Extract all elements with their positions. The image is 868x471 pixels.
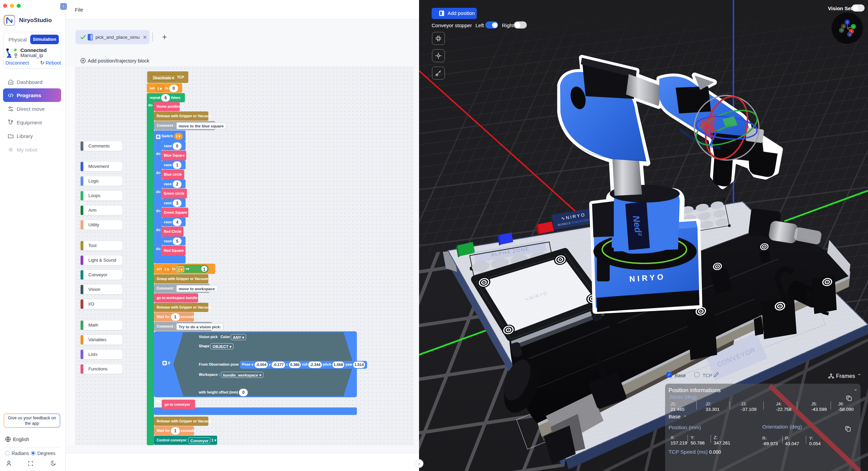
svg-text:-X: -X	[843, 25, 845, 28]
svg-text:-Y: -Y	[840, 29, 843, 32]
svg-text:Z: Z	[847, 21, 848, 23]
svg-text:Y: Y	[853, 25, 854, 28]
svg-text:-Z: -Z	[849, 33, 851, 36]
